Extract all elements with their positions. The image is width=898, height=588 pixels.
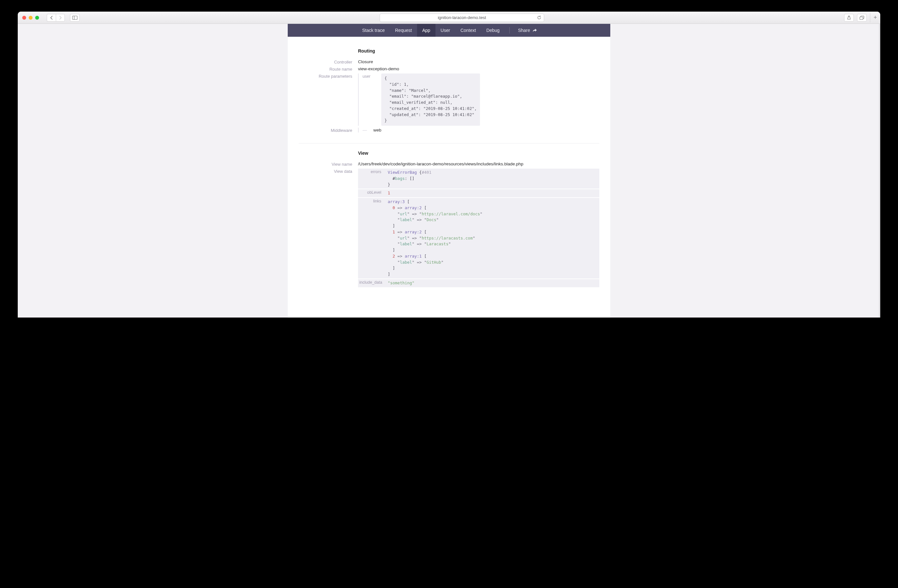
middleware-label: Middleware (299, 127, 358, 133)
route-parameters-label: Route parameters (299, 74, 358, 79)
share-up-icon (847, 15, 851, 20)
tab-request[interactable]: Request (390, 24, 417, 37)
view-data-table: errors ViewErrorBag {#401 #bags: [] } ob… (358, 169, 599, 287)
view-data-oblevel-value: 1 (385, 189, 599, 197)
sidebar-toggle-button[interactable] (70, 14, 80, 21)
view-section: View View name /Users/freek/dev/code/ign… (299, 143, 599, 298)
routing-route-name-row: Route name view-exception-demo (299, 66, 599, 72)
svg-rect-0 (72, 16, 77, 19)
tab-context[interactable]: Context (455, 24, 481, 37)
share-button[interactable]: Share (514, 24, 541, 37)
tab-debug[interactable]: Debug (481, 24, 505, 37)
reload-icon (537, 15, 541, 20)
forward-button[interactable] (56, 14, 65, 21)
view-name-row: View name /Users/freek/dev/code/ignition… (299, 161, 599, 167)
svg-rect-3 (860, 17, 863, 19)
titlebar: ignition-laracon-demo.test + (18, 12, 880, 24)
chevron-left-icon (50, 16, 53, 20)
chevron-right-icon (59, 16, 62, 20)
address-bar[interactable]: ignition-laracon-demo.test (380, 14, 544, 22)
view-data-include-data-value: "something" (385, 279, 599, 287)
routing-middleware-row: Middleware — web (299, 127, 599, 133)
route-param-key: user (363, 74, 381, 79)
view-data-row: View data errors ViewErrorBag {#401 #bag… (299, 169, 599, 288)
maximize-window-button[interactable] (35, 16, 39, 20)
tab-user[interactable]: User (435, 24, 455, 37)
share-arrow-icon (532, 28, 537, 32)
viewport: Stack trace Request App User Context Deb… (18, 24, 880, 318)
route-param-value: { "id": 1, "name": "Marcel", "email": "m… (381, 74, 480, 126)
view-data-errors-value: ViewErrorBag {#401 #bags: [] } (385, 169, 599, 189)
tabs-overview-button[interactable] (857, 14, 867, 21)
tab-separator (509, 27, 510, 34)
routing-title: Routing (358, 48, 599, 54)
controller-value: Closure (358, 59, 599, 64)
view-title: View (358, 150, 599, 156)
scroll-shadow (878, 24, 880, 318)
ignition-tabnav: Stack trace Request App User Context Deb… (288, 24, 610, 37)
routing-route-parameters-row: Route parameters user { "id": 1, "name":… (299, 74, 599, 126)
view-data-include-data: include_data "something" (358, 279, 599, 287)
new-tab-button[interactable]: + (870, 13, 880, 23)
tab-stack-trace[interactable]: Stack trace (357, 24, 390, 37)
minimize-window-button[interactable] (29, 16, 32, 20)
tab-app[interactable]: App (417, 24, 435, 37)
view-data-links: links array:3 [ 0 => array:2 [ "url" => … (358, 198, 599, 278)
sidebar-icon (72, 16, 77, 20)
middleware-value: web (374, 127, 381, 132)
route-name-label: Route name (299, 66, 358, 72)
view-data-label: View data (299, 169, 358, 174)
route-name-value: view-exception-demo (358, 66, 599, 71)
tabs-icon (860, 16, 864, 20)
content: Routing Controller Closure Route name vi… (288, 37, 610, 318)
page: Stack trace Request App User Context Deb… (288, 24, 610, 318)
view-name-label: View name (299, 161, 358, 167)
traffic-lights (22, 16, 39, 20)
controller-label: Controller (299, 59, 358, 64)
share-sheet-button[interactable] (844, 14, 854, 21)
middleware-dash-icon: — (363, 127, 368, 132)
back-button[interactable] (47, 14, 56, 21)
browser-window: ignition-laracon-demo.test + Stack trace… (18, 12, 880, 318)
reload-button[interactable] (537, 15, 541, 20)
view-data-oblevel: obLevel 1 (358, 189, 599, 197)
titlebar-right: + (844, 13, 876, 23)
view-data-errors: errors ViewErrorBag {#401 #bags: [] } (358, 169, 599, 189)
close-window-button[interactable] (22, 16, 26, 20)
view-data-links-value: array:3 [ 0 => array:2 [ "url" => "https… (385, 198, 599, 278)
routing-section: Routing Controller Closure Route name vi… (299, 46, 599, 143)
nav-buttons (47, 14, 65, 21)
view-name-value: /Users/freek/dev/code/ignition-laracon-d… (358, 161, 599, 166)
address-url: ignition-laracon-demo.test (438, 15, 486, 20)
routing-controller-row: Controller Closure (299, 59, 599, 64)
